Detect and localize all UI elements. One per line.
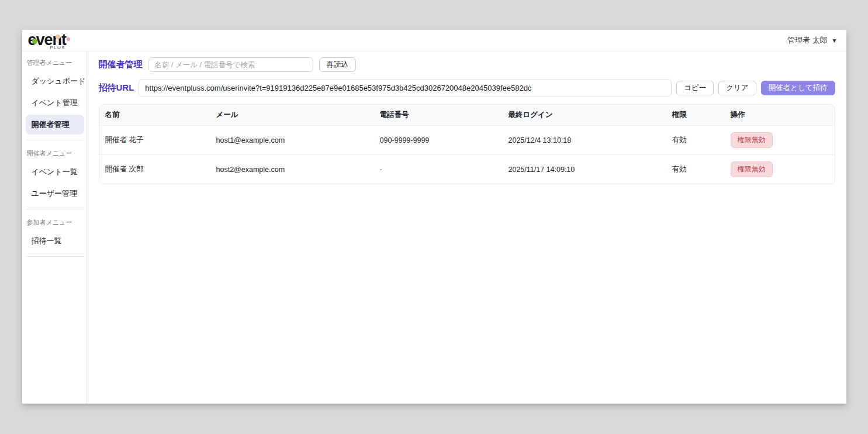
action-cell: 権限無効	[725, 126, 835, 155]
app-window: event PLUS 管理者 太郎 ▼ 管理者メニューダッシュボードイベント管理…	[22, 30, 846, 404]
table-row: 開催者 花子host1@example.com090-9999-99992025…	[99, 126, 835, 155]
sidebar-divider	[26, 256, 84, 257]
sidebar-item-event-management[interactable]: イベント管理	[26, 93, 84, 113]
sidebar-divider	[26, 140, 84, 140]
toolbar: 開催者管理 再読込	[99, 57, 835, 72]
phone-cell: 090-9999-9999	[374, 126, 503, 155]
sidebar-item-host-management[interactable]: 開催者管理	[26, 115, 84, 135]
revoke-permission-button[interactable]: 権限無効	[731, 161, 773, 177]
sidebar-section-label: 開催者メニュー	[26, 146, 84, 160]
email-cell: host1@example.com	[210, 126, 374, 155]
name-cell: 開催者 次郎	[99, 155, 210, 184]
logo[interactable]: event PLUS	[28, 30, 67, 50]
last-login-cell: 2025/12/4 13:10:18	[503, 126, 666, 155]
reload-button[interactable]: 再読込	[319, 57, 357, 72]
sidebar-section-label: 参加者メニュー	[26, 215, 84, 229]
sidebar-divider	[26, 209, 84, 209]
column-header: メール	[210, 105, 374, 126]
body-row: 管理者メニューダッシュボードイベント管理開催者管理開催者メニューイベント一覧ユー…	[22, 51, 846, 404]
logo-pink-dot-icon	[67, 37, 70, 41]
sidebar-section-label: 管理者メニュー	[26, 55, 84, 70]
invite-url-input[interactable]	[139, 79, 672, 97]
search-input[interactable]	[148, 57, 313, 72]
sidebar-item-invite-list[interactable]: 招待一覧	[26, 231, 84, 251]
permission-cell: 有効	[666, 126, 725, 155]
column-header: 権限	[666, 105, 725, 126]
hosts-table: 名前メール電話番号最終ログイン権限操作 開催者 花子host1@example.…	[99, 105, 835, 184]
table-row: 開催者 次郎host2@example.com-2025/11/17 14:09…	[99, 155, 835, 184]
column-header: 名前	[99, 105, 210, 126]
phone-cell: -	[374, 155, 503, 184]
permission-cell: 有効	[666, 155, 725, 184]
action-cell: 権限無効	[725, 155, 835, 184]
column-header: 最終ログイン	[503, 105, 666, 126]
hosts-table-container: 名前メール電話番号最終ログイン権限操作 開催者 花子host1@example.…	[99, 104, 835, 184]
sidebar-item-event-list[interactable]: イベント一覧	[26, 162, 84, 182]
invite-url-label: 招待URL	[99, 82, 134, 94]
name-cell: 開催者 花子	[99, 126, 210, 155]
clear-button[interactable]: クリア	[718, 81, 756, 95]
page-title: 開催者管理	[99, 59, 143, 70]
revoke-permission-button[interactable]: 権限無効	[731, 132, 773, 148]
column-header: 電話番号	[374, 105, 503, 126]
main-content: 開催者管理 再読込 招待URL コピー クリア 開催者として招待 名前メール電話…	[87, 51, 846, 404]
copy-button[interactable]: コピー	[676, 81, 714, 95]
logo-green-dot-icon	[32, 39, 37, 44]
sidebar-item-dashboard[interactable]: ダッシュボード	[26, 71, 84, 91]
sidebar-nav: 管理者メニューダッシュボードイベント管理開催者管理開催者メニューイベント一覧ユー…	[22, 51, 87, 404]
invite-url-row: 招待URL コピー クリア 開催者として招待	[99, 79, 835, 97]
last-login-cell: 2025/11/17 14:09:10	[503, 155, 666, 184]
logo-peach-dot-icon	[56, 35, 60, 39]
email-cell: host2@example.com	[210, 155, 374, 184]
user-menu[interactable]: 管理者 太郎 ▼	[787, 35, 838, 46]
sidebar-item-user-management[interactable]: ユーザー管理	[26, 184, 84, 204]
chevron-down-icon: ▼	[832, 37, 838, 44]
top-bar: event PLUS 管理者 太郎 ▼	[22, 30, 846, 51]
table-header-row: 名前メール電話番号最終ログイン権限操作	[99, 105, 835, 126]
table-body: 開催者 花子host1@example.com090-9999-99992025…	[99, 126, 835, 184]
invite-as-host-button[interactable]: 開催者として招待	[761, 81, 835, 95]
user-name: 管理者 太郎	[787, 35, 828, 46]
column-header: 操作	[725, 105, 835, 126]
